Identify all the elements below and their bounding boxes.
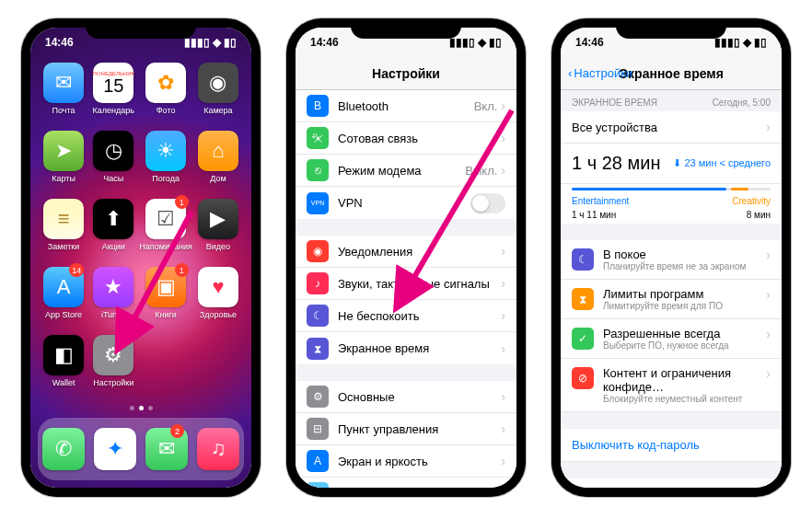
app-label: App Store <box>45 310 82 319</box>
badge: 14 <box>69 263 84 277</box>
app-Камера[interactable]: ◉Камера <box>194 63 242 129</box>
row-label: Звуки, тактильные сигналы <box>338 277 501 291</box>
app-icon: ☀︎ <box>145 131 186 171</box>
settings-row-Звуки, тактильные сигналы[interactable]: ♪Звуки, тактильные сигналы› <box>296 268 516 300</box>
app-label: Здоровье <box>200 310 237 319</box>
app-Wallet[interactable]: ◧Wallet <box>40 335 87 401</box>
app-Заметки[interactable]: ≡Заметки <box>40 199 87 265</box>
phone-settings: 14:46 ▮▮▮▯ ◆ ▮▯ Настройки BBluetoothВкл.… <box>286 18 526 497</box>
page-indicator[interactable] <box>30 402 251 414</box>
settings-row-Не беспокоить[interactable]: ☾Не беспокоить› <box>296 300 516 332</box>
item-title: Разрешенные всегда <box>603 327 766 340</box>
wifi-icon: ◆ <box>213 36 221 49</box>
settings-row-Экран и яркость[interactable]: AЭкран и яркость› <box>296 445 516 478</box>
action-1[interactable]: Выключить Экранное время <box>561 478 782 488</box>
app-label: iTunes <box>101 310 126 319</box>
app-icon: ✆ <box>42 428 85 470</box>
toggle[interactable] <box>470 193 505 213</box>
settings-row-Экранное время[interactable]: ⧗Экранное время› <box>296 332 516 364</box>
signal-icon: ▮▮▮▯ <box>184 36 210 49</box>
screentime-item-Разрешенные всегда[interactable]: ✓Разрешенные всегдаВыберите ПО, нужное в… <box>561 319 782 359</box>
section-label: ЭКРАННОЕ ВРЕМЯ <box>572 98 657 108</box>
settings-row-Основные[interactable]: ⚙︎Основные› <box>296 381 516 413</box>
nav-title: Экранное время <box>619 66 724 81</box>
notch <box>351 18 461 39</box>
app-Видео[interactable]: ▶︎Видео <box>194 199 242 265</box>
item-title: В покое <box>603 248 766 261</box>
back-button[interactable]: ‹ Настройки <box>568 66 632 80</box>
row-label: Экранное время <box>338 341 501 355</box>
screentime-item-Контент и ограничения конфиде…[interactable]: ⊘Контент и ограничения конфиде…Блокируйт… <box>561 359 782 412</box>
row-icon: ⚙︎ <box>307 386 329 408</box>
statusbar-time: 14:46 <box>575 36 604 49</box>
settings-row-Bluetooth[interactable]: BBluetoothВкл.› <box>296 90 516 122</box>
row-label: Основные <box>338 390 501 404</box>
settings-row-Режим модема[interactable]: ⎋Режим модемаВыкл.› <box>296 155 516 187</box>
app-Здоровье[interactable]: ♥︎Здоровье <box>194 267 242 333</box>
chevron-right-icon: › <box>501 163 505 178</box>
app-Часы[interactable]: ◷Часы <box>89 131 137 197</box>
statusbar-right: ▮▮▮▯ ◆ ▮▯ <box>184 36 237 49</box>
app-Напоминания[interactable]: ☑︎1Напоминания <box>139 199 191 265</box>
screentime-item-Лимиты программ[interactable]: ⧗Лимиты программЛимитируйте время для ПО… <box>561 280 782 319</box>
app-icon: ♥︎ <box>198 267 238 307</box>
app-Дом[interactable]: ⌂Дом <box>194 131 242 197</box>
app-label: Настройки <box>93 378 133 387</box>
total-row[interactable]: 1 ч 28 мин ⬇︎ 23 мин < среднего <box>561 144 782 184</box>
app-icon: ➤ <box>43 131 84 171</box>
navbar: ‹ Настройки Экранное время <box>561 57 782 90</box>
chevron-right-icon: › <box>501 131 505 145</box>
app-icon: ≡ <box>43 199 84 239</box>
app-Музыка[interactable]: ♫ <box>197 428 239 470</box>
app-icon: ✿ <box>145 63 186 103</box>
app-Карты[interactable]: ➤Карты <box>40 131 87 197</box>
app-icon: ПОНЕДЕЛЬНИК15 <box>93 63 133 103</box>
app-icon: ⌂ <box>198 131 238 171</box>
notch <box>616 18 726 39</box>
app-iTunes[interactable]: ★iTunes <box>89 267 137 333</box>
app-Календарь[interactable]: ПОНЕДЕЛЬНИК15Календарь <box>89 63 137 129</box>
app-App Store[interactable]: A14App Store <box>40 267 87 333</box>
app-label: Почта <box>52 106 75 115</box>
app-icon: ◷ <box>93 131 133 171</box>
screentime-item-В покое[interactable]: ☾В покоеПланируйте время не за экраном› <box>561 240 782 280</box>
chevron-right-icon: › <box>766 287 771 302</box>
app-Настройки[interactable]: ⚙︎1Настройки <box>89 335 137 401</box>
badge: 1 <box>175 263 189 277</box>
settings-row-Обои[interactable]: ❀Обои› <box>296 478 516 488</box>
phone-home: 14:46 ▮▮▮▯ ◆ ▮▯ ✉︎ПочтаПОНЕДЕЛЬНИК15Кале… <box>21 18 261 497</box>
settings-row-Сотовая связь[interactable]: ⏧Сотовая связь› <box>296 122 516 155</box>
settings-list: BBluetoothВкл.›⏧Сотовая связь›⎋Режим мод… <box>296 90 516 488</box>
app-label: Wallet <box>52 378 75 387</box>
app-Погода[interactable]: ☀︎Погода <box>139 131 191 197</box>
app-Акции[interactable]: ⬆︎Акции <box>89 199 137 265</box>
action-0[interactable]: Выключить код-пароль <box>561 429 782 462</box>
app-Телефон[interactable]: ✆ <box>42 428 85 470</box>
settings-row-Уведомления[interactable]: ◉Уведомления› <box>296 236 516 268</box>
row-icon: ⊟ <box>307 418 329 440</box>
signal-icon: ▮▮▮▯ <box>449 36 475 49</box>
notch <box>86 18 196 39</box>
devices-row[interactable]: Все устройства › <box>561 111 782 144</box>
app-Фото[interactable]: ✿Фото <box>139 63 191 129</box>
app-icon: ★ <box>93 267 133 307</box>
row-icon: ⎋ <box>307 159 329 181</box>
app-Книги[interactable]: ▣1Книги <box>139 267 191 333</box>
app-icon: ▶︎ <box>198 199 238 239</box>
app-Сообщения[interactable]: ✉︎2 <box>145 428 188 470</box>
chevron-right-icon: › <box>501 244 505 259</box>
row-label: Экран и яркость <box>338 455 501 468</box>
settings-row-Пункт управления[interactable]: ⊟Пункт управления› <box>296 413 516 445</box>
app-Safari[interactable]: ✦ <box>94 428 136 470</box>
item-title: Контент и ограничения конфиде… <box>603 366 766 394</box>
section-header: ЭКРАННОЕ ВРЕМЯ Сегодня, 5:00 <box>561 90 782 111</box>
row-label: Уведомления <box>338 245 501 259</box>
row-label: Сотовая связь <box>338 132 501 145</box>
chevron-left-icon: ‹ <box>568 66 572 80</box>
app-icon: ♫ <box>197 428 239 470</box>
app-Почта[interactable]: ✉︎Почта <box>40 63 87 129</box>
app-icon: ⬆︎ <box>93 199 133 239</box>
app-label: Фото <box>157 106 176 115</box>
settings-row-VPN[interactable]: VPNVPN <box>296 187 516 219</box>
app-label: Календарь <box>93 106 134 115</box>
